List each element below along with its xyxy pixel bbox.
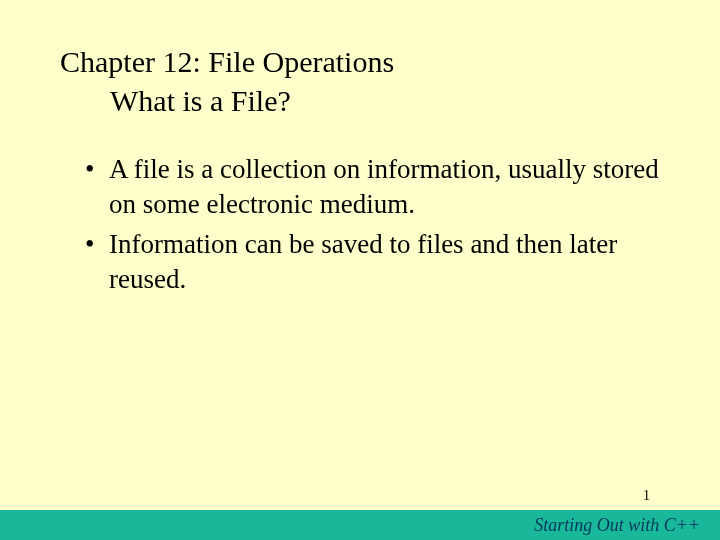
bullet-item: A file is a collection on information, u… [85,152,670,221]
footer-bar: Starting Out with C++ [0,510,720,540]
title-line-2: What is a File? [60,81,670,120]
slide-content: Chapter 12: File Operations What is a Fi… [0,0,720,296]
footer: 1 Starting Out with C++ [0,510,720,540]
title-line-1: Chapter 12: File Operations [60,42,670,81]
bullet-list: A file is a collection on information, u… [60,152,670,296]
page-number: 1 [643,488,650,504]
footer-text: Starting Out with C++ [534,515,700,536]
bullet-item: Information can be saved to files and th… [85,227,670,296]
title-block: Chapter 12: File Operations What is a Fi… [60,42,670,120]
